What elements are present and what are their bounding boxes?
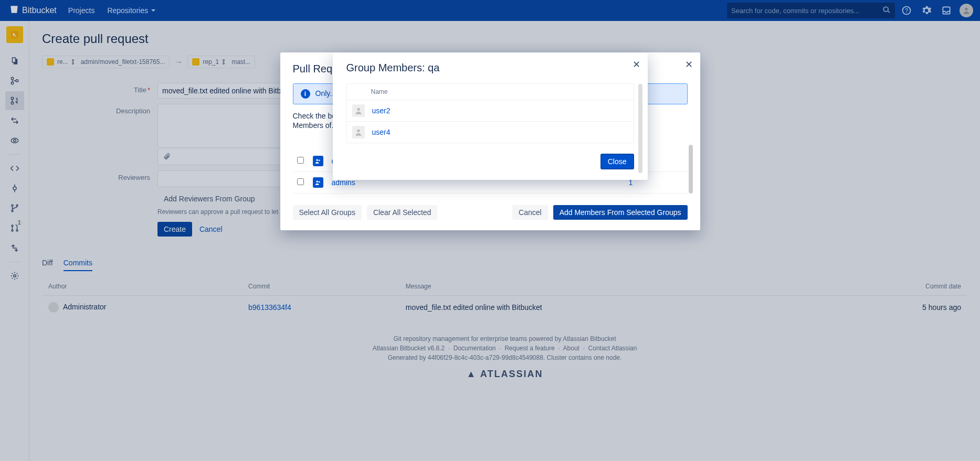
list-item: user2 [347,100,634,121]
avatar-icon [352,126,365,138]
member-link[interactable]: user4 [372,128,391,136]
group-dialog-footer: Select All Groups Clear All Selected Can… [293,205,688,220]
member-link[interactable]: user2 [372,106,391,115]
scrollbar[interactable] [638,84,642,173]
list-item: user4 [347,121,634,143]
svg-point-26 [316,181,318,183]
members-dialog-title: Group Members: qa [346,62,634,74]
group-members-dialog: ✕ Group Members: qa Name user2 user4 Clo… [333,52,648,180]
group-icon [313,177,323,188]
group-cancel-button[interactable]: Cancel [512,205,548,220]
info-icon: i [301,89,310,99]
svg-point-29 [357,130,360,132]
clear-all-button[interactable]: Clear All Selected [367,205,438,220]
group-icon [313,156,323,166]
add-members-button[interactable]: Add Members From Selected Groups [553,205,688,220]
members-col-name: Name [347,84,634,100]
svg-point-25 [318,159,320,161]
svg-point-27 [318,181,320,183]
members-close-button[interactable]: Close [600,154,634,169]
group-checkbox[interactable] [297,178,304,185]
members-list: Name user2 user4 [346,83,634,143]
select-all-button[interactable]: Select All Groups [293,205,362,220]
scrollbar[interactable] [689,145,693,194]
avatar-icon [352,104,365,117]
close-icon[interactable]: ✕ [633,59,640,70]
svg-point-24 [316,159,318,162]
group-checkbox[interactable] [297,157,304,164]
svg-point-28 [357,108,360,111]
close-icon[interactable]: ✕ [685,59,693,70]
